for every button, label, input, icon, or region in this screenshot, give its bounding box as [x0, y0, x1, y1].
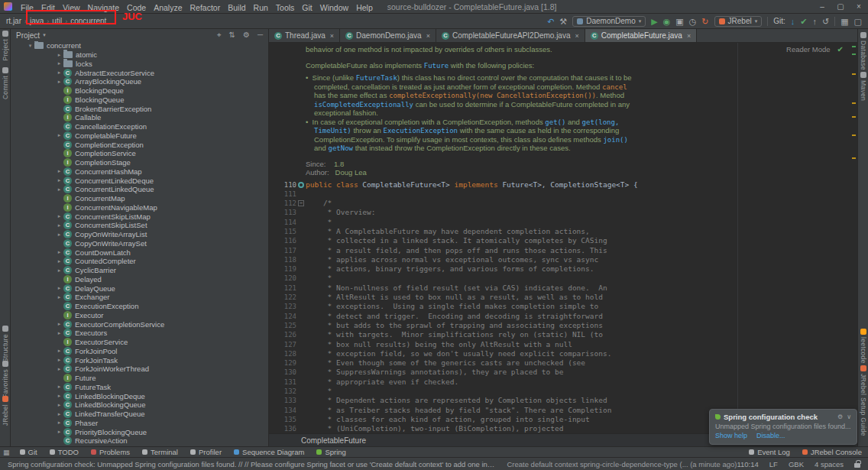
build-hammer-icon[interactable]: ⚒	[559, 16, 567, 27]
tree-item-concurrentnavigablemap[interactable]: IConcurrentNavigableMap	[11, 203, 268, 212]
window-icon[interactable]: ▢	[854, 16, 862, 27]
tree-chevron-icon[interactable]: ▸	[55, 366, 63, 372]
tool-window-button-profiler[interactable]: Profiler	[184, 448, 228, 456]
tool-window-button-problems[interactable]: Problems	[85, 448, 136, 456]
tree-chevron-icon[interactable]: ▸	[55, 249, 63, 255]
tree-chevron-icon[interactable]: ▸	[55, 348, 63, 354]
tree-item-phaser[interactable]: ▸CPhaser	[11, 419, 268, 428]
tree-item-priorityblockingqueue[interactable]: ▸CPriorityBlockingQueue	[11, 427, 268, 436]
show-help-link[interactable]: Show help	[715, 432, 747, 439]
tree-item-brokenbarrierexception[interactable]: CBrokenBarrierException	[11, 104, 268, 113]
tree-item-recursiveaction[interactable]: CRecursiveAction	[11, 436, 268, 446]
menu-window[interactable]: Window	[316, 3, 352, 12]
doc-link[interactable]: get(long,	[582, 118, 620, 126]
tree-chevron-icon[interactable]: ▸	[55, 60, 63, 66]
status-widget-gbk[interactable]: GBK	[789, 460, 804, 468]
doc-link[interactable]: get()	[545, 118, 565, 126]
tree-chevron-icon[interactable]: ▸	[55, 168, 63, 174]
coverage-button[interactable]: ▣	[675, 16, 683, 27]
tree-item-forkjointask[interactable]: ▸CForkJoinTask	[11, 355, 268, 365]
stripe-mark[interactable]	[852, 53, 856, 55]
tree-chevron-icon[interactable]: ▸	[55, 267, 63, 274]
tree-item-delayed[interactable]: IDelayed	[11, 275, 268, 284]
stripe-mark[interactable]	[852, 116, 856, 118]
doc-link[interactable]: TimeUnit)	[314, 127, 351, 135]
git-commit-button[interactable]: ✔	[800, 16, 807, 27]
status-widget-lf[interactable]: LF	[769, 460, 778, 468]
tool-window-button-git[interactable]: Git	[14, 448, 44, 456]
tool-strip-button-favorites[interactable]: Favorites	[0, 361, 10, 398]
tree-item-forkjoinworkerthread[interactable]: ▸CForkJoinWorkerThread	[11, 365, 268, 374]
tree-item-completionstage[interactable]: ICompletionStage	[11, 158, 268, 167]
run-button[interactable]: ▶	[651, 16, 657, 27]
settings-icon[interactable]: ⚙	[243, 31, 250, 40]
hide-panel-icon[interactable]: ─	[257, 31, 263, 40]
tree-chevron-icon[interactable]: ▸	[55, 285, 63, 291]
tree-chevron-icon[interactable]: ▸	[55, 258, 63, 264]
menu-refactor[interactable]: Refactor	[186, 3, 225, 12]
tool-window-button-todo[interactable]: TODO	[44, 448, 85, 456]
tree-item-completionexception[interactable]: CCompletionException	[11, 140, 268, 149]
tree-chevron-icon[interactable]: ▸	[55, 384, 63, 390]
tree-item-concurrentskiplistmap[interactable]: ▸CConcurrentSkipListMap	[11, 212, 268, 221]
tree-chevron-icon[interactable]: ▸	[55, 79, 63, 85]
layout-icon[interactable]: ▦	[840, 16, 848, 27]
tab-close-icon[interactable]: ×	[330, 32, 334, 40]
tab-completablefuture-java[interactable]: CCompletableFuture.java×	[585, 29, 697, 42]
status-widget-110-14[interactable]: 110:14	[737, 460, 758, 468]
tool-strip-button-leetcode[interactable]: leetcode	[858, 329, 868, 364]
doc-link[interactable]: FutureTask	[356, 74, 397, 82]
tree-item-executorcompletionservice[interactable]: ▸CExecutorCompletionService	[11, 319, 268, 329]
tree-chevron-icon[interactable]: ▾	[26, 43, 34, 49]
tree-item-atomic[interactable]: ▸atomic	[11, 50, 268, 60]
tree-item-arrayblockingqueue[interactable]: ▸CArrayBlockingQueue	[11, 77, 268, 86]
jrebel-run-button[interactable]: ↻	[701, 16, 708, 27]
tab-thread-java[interactable]: CThread.java×	[269, 29, 340, 42]
stripe-mark[interactable]	[852, 135, 856, 136]
tab-close-icon[interactable]: ×	[426, 32, 430, 40]
doc-link[interactable]: ExecutionException	[384, 127, 458, 135]
tree-item-concurrentskiplistset[interactable]: ▸CConcurrentSkipListSet	[11, 221, 268, 230]
tree-item-callable[interactable]: ICallable	[11, 113, 268, 122]
menu-run[interactable]: Run	[250, 3, 272, 12]
tree-item-cyclicbarrier[interactable]: ▸CCyclicBarrier	[11, 266, 268, 275]
locate-file-icon[interactable]: ⌖	[217, 31, 222, 40]
tool-strip-button-structure[interactable]: Structure	[0, 326, 10, 362]
stripe-mark[interactable]	[852, 157, 856, 159]
git-update-button[interactable]: ↓	[791, 16, 795, 27]
doc-link[interactable]: join()	[603, 136, 628, 144]
tree-chevron-icon[interactable]: ▸	[55, 330, 63, 336]
menu-analyze[interactable]: Analyze	[150, 3, 186, 12]
tree-chevron-icon[interactable]: ▸	[55, 393, 63, 399]
tree-chevron-icon[interactable]: ▸	[55, 429, 63, 435]
doc-link[interactable]: getNow	[329, 144, 354, 152]
tree-item-copyonwritearraylist[interactable]: ▸CCopyOnWriteArrayList	[11, 230, 268, 239]
tree-item-executorservice[interactable]: IExecutorService	[11, 338, 268, 347]
tree-item-concurrentlinkeddeque[interactable]: ▸CConcurrentLinkedDeque	[11, 176, 268, 185]
tool-strip-button-project[interactable]: Project	[0, 31, 10, 61]
tree-item-futuretask[interactable]: ▸CFutureTask	[11, 383, 268, 392]
tree-item-linkedblockingqueue[interactable]: ▸CLinkedBlockingQueue	[11, 400, 268, 410]
tab-close-icon[interactable]: ×	[575, 32, 578, 40]
tree-item-copyonwritearrayset[interactable]: CCopyOnWriteArraySet	[11, 239, 268, 248]
breadcrumb-rt-jar[interactable]: rt.jar	[5, 17, 23, 25]
gutter-fold-icon[interactable]: −	[298, 200, 304, 206]
tree-chevron-icon[interactable]: ▸	[55, 177, 63, 183]
tree-item-countedcompleter[interactable]: ▸CCountedCompleter	[11, 257, 268, 266]
run-config-select[interactable]: DaemonDemo▾	[572, 16, 646, 27]
tool-window-button-jrebel-console[interactable]: JRebel Console	[796, 448, 868, 456]
error-stripe[interactable]	[850, 43, 857, 433]
tree-item-concurrentmap[interactable]: IConcurrentMap	[11, 194, 268, 203]
tree-chevron-icon[interactable]: ▸	[55, 213, 63, 219]
status-widget-4-spaces[interactable]: 4 spaces	[815, 460, 844, 468]
tree-item-cancellationexception[interactable]: CCancellationException	[11, 122, 268, 131]
tree-item-blockingqueue[interactable]: IBlockingQueue	[11, 96, 268, 105]
tree-chevron-icon[interactable]: ▸	[55, 294, 63, 300]
collapse-all-icon[interactable]: ⇅	[229, 31, 235, 40]
gear-icon[interactable]: ⚙	[837, 413, 843, 420]
tree-chevron-icon[interactable]: ▸	[55, 357, 63, 363]
lock-icon[interactable]	[854, 463, 860, 468]
tool-strip-button-maven[interactable]: Maven	[858, 72, 868, 101]
chevron-down-icon[interactable]: ▾	[43, 32, 46, 38]
tool-window-switcher-icon[interactable]: ▦	[0, 449, 14, 456]
